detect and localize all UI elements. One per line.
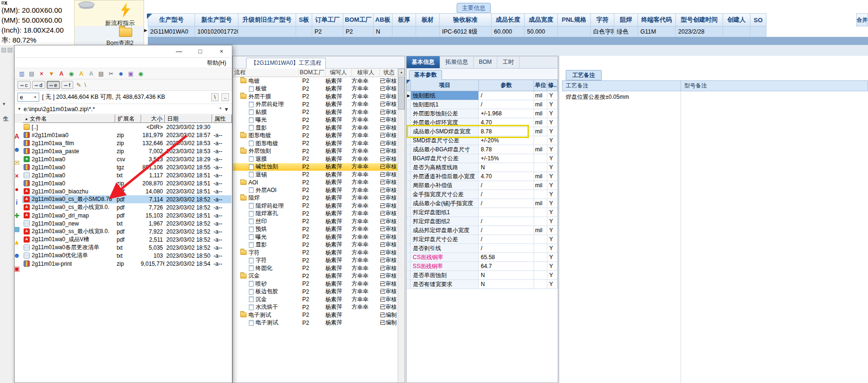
file-row[interactable]: A2g11m01wa0_biaozhupdf14,0802023/03/02 1… bbox=[22, 187, 231, 195]
model-note-cell[interactable] bbox=[681, 91, 868, 383]
record-icon[interactable]: ● bbox=[12, 185, 21, 194]
tab-process-notes[interactable]: 工艺备注 bbox=[566, 70, 602, 80]
warning-icon[interactable]: ▲ bbox=[12, 238, 21, 247]
parameter-row[interactable]: ▶蚀刻图纸/milY bbox=[407, 91, 558, 100]
process-row[interactable]: 外层前处理P2杨素萍方幸幸已审核 bbox=[233, 101, 398, 109]
process-row[interactable]: 板镀P2杨素萍方幸幸已审核 bbox=[233, 85, 398, 93]
image-icon[interactable]: ▣ bbox=[127, 70, 135, 78]
process-row[interactable]: 显影P2杨素萍方幸幸已审核 bbox=[233, 124, 398, 132]
file-row[interactable]: A2g11m01wa0_cs_最小线宽8.0.pdf7,7262023/03/0… bbox=[22, 203, 231, 211]
box-icon[interactable]: ▣ bbox=[12, 264, 21, 273]
wildcard-label[interactable]: * bbox=[220, 106, 221, 112]
process-row[interactable]: 显影P2杨素萍方幸幸已审核 bbox=[233, 241, 398, 249]
tab-main-info[interactable]: 主要信息 bbox=[457, 3, 491, 13]
tab-basic-parameters[interactable]: 基本参数 bbox=[409, 70, 442, 80]
parameter-row[interactable]: SS面残铜率64.7Y bbox=[407, 262, 558, 271]
file-row[interactable]: A2g11m01wa0_ss_最小线宽8.0.pdf7,9222023/03/0… bbox=[22, 227, 231, 235]
process-row[interactable]: 曝光P2杨素萍方幸幸已审核 bbox=[233, 233, 398, 241]
column-header-value[interactable]: 参数 bbox=[479, 80, 534, 91]
parameter-row[interactable]: 是否为高精度线路NY bbox=[407, 163, 558, 172]
process-row[interactable]: 外层干膜P2杨素萍方幸幸已审核 bbox=[233, 93, 398, 101]
parameter-row[interactable]: 是否有缝宽要求NY bbox=[407, 280, 558, 289]
column-header-model-notes[interactable]: 型号备注 bbox=[681, 80, 868, 91]
process-row[interactable]: 外层AOIP2杨素萍方幸幸已审核 bbox=[233, 186, 398, 194]
parameter-row[interactable]: 金手指宽度尺寸公差/Y bbox=[407, 190, 558, 199]
process-row[interactable]: 阻焊P2杨素萍方幸幸已审核 bbox=[233, 194, 398, 202]
process-row[interactable]: 图形电镀P2杨素萍方幸幸已审核 bbox=[233, 139, 398, 148]
parameter-row[interactable]: 成品最小BGA焊盘尺寸8.78milY bbox=[407, 145, 558, 154]
chevron-down-icon[interactable]: ▼ bbox=[17, 107, 21, 111]
tab-extended-info[interactable]: 拓展信息 bbox=[440, 56, 474, 68]
process-row[interactable]: 阻焊前处理P2杨素萍方幸幸已审核 bbox=[233, 202, 398, 210]
file-row[interactable]: 2g11m01wa0优化清单txt1032023/03/02 18:50-a-- bbox=[22, 252, 231, 260]
parameter-row[interactable]: CS面残铜率65.58Y bbox=[407, 253, 558, 262]
scrollbar-thumb[interactable] bbox=[398, 77, 405, 110]
process-row[interactable]: 字符P2杨素萍方幸幸已审核 bbox=[233, 257, 398, 265]
file-row[interactable]: 2g11m01wa0_newtxt1,9672023/03/02 18:52-a… bbox=[22, 219, 231, 227]
menu-help[interactable]: 帮助(H) bbox=[207, 59, 226, 67]
process-row[interactable]: 退膜P2杨素萍方幸幸已审核 bbox=[233, 155, 398, 163]
process-row[interactable]: 外层蚀刻P2杨素萍方幸幸已审核 bbox=[233, 148, 398, 156]
up-dir-button[interactable]: .. bbox=[221, 93, 229, 101]
parameter-row[interactable]: 蚀刻图纸1/milY bbox=[407, 100, 558, 109]
parameter-row[interactable]: 成品最小金(锡)手指宽度/milY bbox=[407, 199, 558, 208]
process-row[interactable]: 碱性蚀刻P2杨素萍方幸幸已审核 bbox=[233, 163, 398, 171]
small-icon[interactable] bbox=[1, 48, 6, 52]
process-row[interactable]: 丝印P2杨素萍方幸幸已审核 bbox=[233, 218, 398, 226]
parameter-row[interactable]: SMD焊盘尺寸公差+/-20%Y bbox=[407, 136, 558, 145]
column-header-ext[interactable]: 扩展名 bbox=[115, 114, 141, 123]
parameter-row[interactable]: 外层图形蚀刻公差+/-1.968milY bbox=[407, 109, 558, 118]
process-row[interactable]: 板边包胶P2杨素萍方幸幸已审核 bbox=[233, 288, 398, 296]
minimize-button[interactable]: — bbox=[169, 45, 189, 58]
maximize-button[interactable]: □ bbox=[190, 45, 211, 58]
info-icon[interactable]: i bbox=[12, 198, 21, 207]
close-button[interactable]: × bbox=[211, 45, 232, 58]
drive-combo[interactable]: e ▼ bbox=[17, 93, 39, 102]
parameter-row[interactable]: 是否单面蚀刻NY bbox=[407, 271, 558, 280]
title-bar[interactable]: — □ × bbox=[15, 45, 232, 58]
pen-icon[interactable]: ✎ bbox=[77, 82, 81, 88]
file-row[interactable]: A2g11m01wa0_drl_mappdf15,1032023/03/02 1… bbox=[22, 211, 231, 219]
split-view-icon[interactable]: ▥ bbox=[17, 70, 26, 78]
parameter-row[interactable]: 局部最小补偿值/milY bbox=[407, 181, 558, 190]
column-header-status[interactable]: 状态 bbox=[380, 69, 398, 77]
process-row[interactable]: 曝光P2杨素萍方幸幸已审核 bbox=[233, 116, 398, 124]
process-row[interactable]: 阻焊塞孔P2杨素萍方幸幸已审核 bbox=[233, 210, 398, 218]
parameter-row[interactable]: 邦定焊盘图纸1Y bbox=[407, 208, 558, 217]
process-row[interactable]: 退锡P2杨素萍方幸幸已审核 bbox=[233, 171, 398, 179]
small-icon[interactable] bbox=[8, 48, 12, 52]
drive-button-c[interactable]: ▬c bbox=[17, 81, 31, 89]
file-row[interactable]: #2g11m01wa0zip181,9792023/03/02 18:57-a-… bbox=[22, 131, 231, 139]
file-row[interactable]: 2g11m01wa0各层更改清单txt5,0352023/03/02 18:52… bbox=[22, 244, 231, 252]
cut-icon[interactable]: ✂ bbox=[107, 70, 115, 78]
column-header-writer[interactable]: 编写人 bbox=[325, 69, 352, 77]
process-row[interactable]: 水洗烘干P2杨素萍方幸幸已审核 bbox=[233, 304, 398, 312]
close-side-icon[interactable]: × bbox=[12, 172, 21, 181]
drive-button-d[interactable]: ▬d bbox=[32, 81, 45, 89]
font-yellow-icon[interactable]: A bbox=[77, 70, 85, 78]
file-row[interactable]: 2g11m01wa0txt1,1172023/03/02 18:51-a-- bbox=[22, 171, 231, 179]
tab-bom[interactable]: BOM bbox=[474, 56, 497, 68]
process-row[interactable]: 电镀P2杨素萍方幸幸已审核 bbox=[233, 77, 398, 85]
parameter-row[interactable]: 是否剥引线/Y bbox=[407, 244, 558, 253]
folder-icon[interactable] bbox=[119, 28, 132, 37]
process-row[interactable]: 电子测试P2杨素萍已编制 bbox=[233, 319, 398, 327]
parameter-row[interactable]: 邦定焊盘尺寸公差/Y bbox=[407, 235, 558, 244]
file-row[interactable]: a2g11m01wa0csv3,5132023/03/02 18:29-a-- bbox=[22, 155, 231, 163]
download-icon[interactable]: ▼ bbox=[47, 70, 56, 78]
file-row[interactable]: [..]<DIR>2023/03/02 19:30 bbox=[22, 123, 231, 131]
caret-icon[interactable]: ▼ bbox=[2, 102, 6, 106]
file-row[interactable]: A2g11m01wa0_成品V槽pdf2,5112023/03/02 18:52… bbox=[22, 235, 231, 244]
process-row[interactable]: 终固化P2杨素萍方幸幸已审核 bbox=[233, 264, 398, 272]
pdf-side-icon[interactable]: A bbox=[12, 132, 21, 141]
column-header-size[interactable]: 大小 bbox=[141, 114, 165, 123]
green-app-icon[interactable]: ◉ bbox=[136, 70, 145, 78]
vertical-scrollbar[interactable]: ▲ bbox=[398, 69, 405, 383]
column-header-name[interactable]: ▲ 文件名 bbox=[22, 114, 115, 123]
user-tool-icon[interactable]: ☻ bbox=[117, 70, 125, 78]
process-row[interactable]: 贴膜P2杨素萍方幸幸已审核 bbox=[233, 108, 398, 116]
parameter-row[interactable]: 成品邦定焊盘最小宽度/milY bbox=[407, 226, 558, 235]
history-dropdown-icon[interactable]: ▼ bbox=[224, 106, 229, 112]
process-note-cell[interactable]: 焊盘位置公差按±0.05mm bbox=[562, 91, 681, 383]
column-header-flow[interactable]: 流程 bbox=[233, 69, 299, 77]
